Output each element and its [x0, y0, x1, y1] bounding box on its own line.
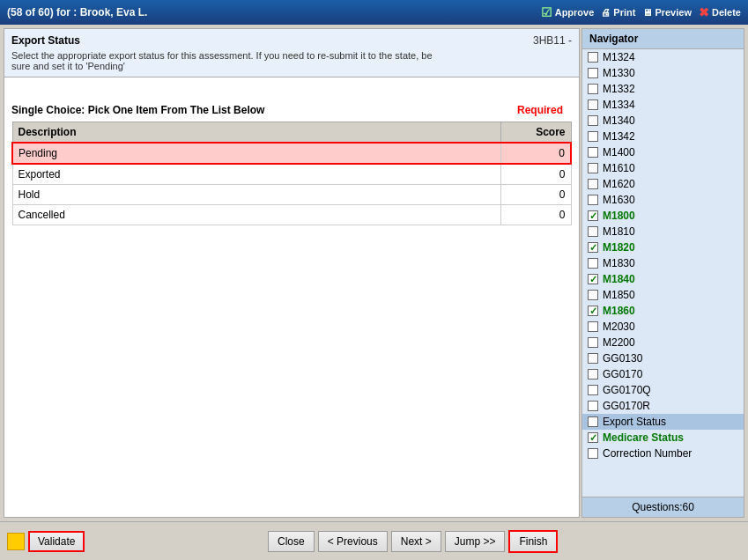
print-icon: 🖨: [601, 7, 611, 18]
instructions-row: Single Choice: Pick One Item From The Li…: [4, 104, 579, 116]
jump-button[interactable]: Jump >>: [445, 531, 506, 552]
nav-checkbox: ✓: [588, 432, 598, 443]
export-status-description: Select the appropriate export status for…: [11, 50, 452, 71]
nav-item-gg0170q[interactable]: GG0170Q: [582, 382, 744, 398]
preview-icon: 🖥: [642, 7, 652, 18]
required-label: Required: [517, 104, 563, 116]
nav-item-label: GG0130: [603, 352, 642, 365]
nav-item-m2030[interactable]: M2030: [582, 319, 744, 335]
nav-item-label: M1840: [603, 273, 635, 285]
approve-icon: ☑: [541, 5, 552, 19]
nav-checkbox: [588, 131, 598, 142]
nav-item-label: M2030: [603, 321, 635, 333]
nav-item-label: GG0170Q: [603, 384, 651, 396]
nav-item-label: M1820: [603, 241, 635, 254]
description-header: Description: [12, 122, 500, 144]
nav-checkbox: [588, 52, 598, 63]
description-cell: Cancelled: [12, 205, 500, 225]
nav-checkbox: [588, 84, 598, 94]
nav-item-gg0170[interactable]: GG0170: [582, 366, 744, 382]
nav-item-gg0130[interactable]: GG0130: [582, 350, 744, 366]
nav-item-m1810[interactable]: M1810: [582, 224, 744, 239]
nav-item-m1324[interactable]: M1324: [582, 49, 744, 65]
next-button[interactable]: Next >: [391, 531, 441, 552]
nav-item-label: M1400: [603, 146, 635, 158]
title-actions: ☑ Approve 🖨 Print 🖥 Preview ✖ Delete: [541, 5, 741, 19]
print-button[interactable]: 🖨 Print: [601, 7, 635, 18]
nav-checkbox: [588, 99, 598, 110]
nav-checkbox: [588, 147, 598, 158]
nav-item-m1610[interactable]: M1610: [582, 160, 744, 176]
nav-item-label: M1850: [603, 289, 635, 301]
navigator-header: Navigator: [582, 29, 744, 49]
yellow-indicator: [7, 533, 25, 550]
approve-button[interactable]: ☑ Approve: [541, 5, 595, 19]
nav-item-label: M1330: [603, 67, 635, 79]
navigator-footer: Questions:60: [582, 497, 744, 517]
nav-item-m2200[interactable]: M2200: [582, 335, 744, 350]
nav-item-label: M1800: [603, 210, 635, 222]
nav-checkbox: [588, 448, 598, 459]
nav-checkbox: ✓: [588, 210, 598, 221]
nav-item-m1332[interactable]: M1332: [582, 81, 744, 97]
nav-item-m1342[interactable]: M1342: [582, 129, 744, 144]
nav-item-exportstatus[interactable]: Export Status: [582, 414, 744, 430]
delete-button[interactable]: ✖ Delete: [699, 5, 741, 19]
description-cell: Pending: [12, 143, 500, 164]
table-row[interactable]: Cancelled0: [12, 205, 571, 225]
nav-item-label: M1324: [603, 51, 635, 63]
nav-checkbox: [588, 226, 598, 237]
nav-checkbox: [588, 401, 598, 411]
nav-item-m1800[interactable]: ✓M1800: [582, 208, 744, 224]
nav-item-m1630[interactable]: M1630: [582, 192, 744, 208]
nav-item-label: M1334: [603, 99, 635, 111]
nav-item-m1620[interactable]: M1620: [582, 176, 744, 192]
nav-item-label: GG0170: [603, 368, 642, 380]
nav-item-label: Correction Number: [603, 447, 692, 460]
previous-button[interactable]: < Previous: [318, 531, 388, 552]
choice-table: Description Score Pending0Exported0Hold0…: [11, 122, 572, 225]
close-button[interactable]: Close: [268, 531, 315, 552]
nav-item-m1330[interactable]: M1330: [582, 65, 744, 81]
nav-checkbox: [588, 258, 598, 269]
nav-item-m1860[interactable]: ✓M1860: [582, 303, 744, 319]
nav-item-gg0170r[interactable]: GG0170R: [582, 398, 744, 414]
nav-item-m1340[interactable]: M1340: [582, 113, 744, 129]
nav-item-label: M1332: [603, 83, 635, 95]
print-label: Print: [613, 7, 635, 18]
nav-checkbox: [588, 68, 598, 78]
description-cell: Hold: [12, 185, 500, 205]
finish-button[interactable]: Finish: [508, 530, 558, 553]
preview-label: Preview: [655, 7, 692, 18]
content-panel: Export Status Select the appropriate exp…: [4, 28, 580, 518]
window-title: (58 of 60) for : Brook, Eva L.: [7, 6, 147, 18]
delete-label: Delete: [712, 7, 741, 18]
nav-item-label: M1630: [603, 194, 635, 206]
nav-item-m1850[interactable]: M1850: [582, 287, 744, 303]
nav-item-m1400[interactable]: M1400: [582, 144, 744, 160]
nav-item-m1820[interactable]: ✓M1820: [582, 239, 744, 255]
nav-item-label: Medicare Status: [603, 431, 684, 444]
nav-item-m1334[interactable]: M1334: [582, 97, 744, 113]
validate-button[interactable]: Validate: [28, 531, 85, 552]
nav-checkbox: [588, 163, 598, 173]
navigator-list: M1324M1330M1332M1334M1340M1342M1400M1610…: [582, 49, 744, 497]
table-row[interactable]: Hold0: [12, 185, 571, 205]
description-cell: Exported: [12, 164, 500, 185]
score-header: Score: [500, 122, 571, 144]
table-row[interactable]: Pending0: [12, 143, 571, 164]
nav-item-m1840[interactable]: ✓M1840: [582, 271, 744, 287]
nav-item-label: M1340: [603, 114, 635, 127]
toolbar-left: Validate: [7, 531, 85, 552]
nav-item-m1830[interactable]: M1830: [582, 255, 744, 271]
export-status-title: Export Status: [11, 34, 524, 47]
nav-item-medicarestatus[interactable]: ✓Medicare Status: [582, 430, 744, 446]
nav-item-label: M1610: [603, 162, 635, 174]
nav-item-correctionnumber[interactable]: Correction Number: [582, 446, 744, 461]
instructions-label: Single Choice: Pick One Item From The Li…: [11, 104, 264, 116]
nav-checkbox: [588, 416, 598, 427]
delete-icon: ✖: [699, 5, 709, 19]
approve-label: Approve: [555, 7, 595, 18]
preview-button[interactable]: 🖥 Preview: [642, 7, 692, 18]
table-row[interactable]: Exported0: [12, 164, 571, 185]
